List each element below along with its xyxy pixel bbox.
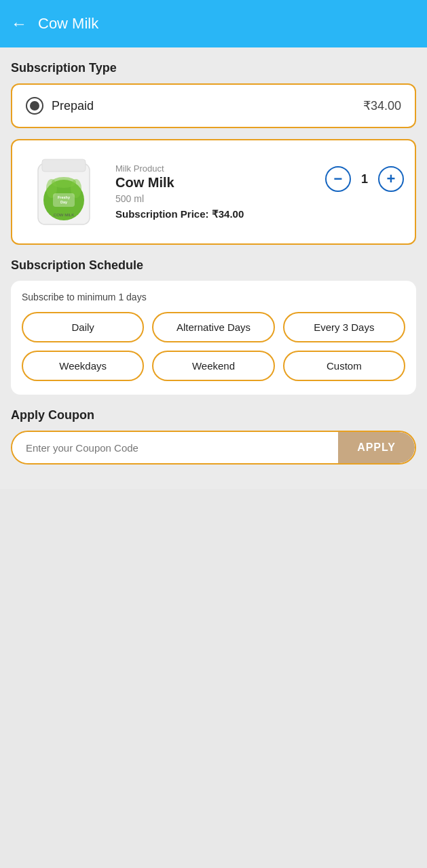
svg-text:COW MILK: COW MILK — [54, 213, 74, 217]
svg-text:Day: Day — [60, 200, 68, 204]
schedule-card: Subscribe to minimum 1 days Daily Altern… — [11, 281, 416, 395]
schedule-option-alternative-days[interactable]: Alternative Days — [152, 312, 274, 342]
prepaid-card: Prepaid ₹34.00 — [11, 83, 416, 128]
page-title: Cow Milk — [38, 15, 98, 33]
coupon-input-wrap: APPLY — [11, 431, 416, 465]
product-price: Subscription Price: ₹34.00 — [115, 208, 244, 220]
schedule-option-every-3-days[interactable]: Every 3 Days — [283, 312, 405, 342]
schedule-option-custom[interactable]: Custom — [283, 351, 405, 381]
svg-text:Freshy: Freshy — [58, 195, 71, 199]
coupon-input[interactable] — [12, 432, 338, 463]
schedule-title: Subscription Schedule — [11, 258, 416, 273]
product-image: Freshy Day COW MILK — [23, 151, 105, 233]
svg-rect-1 — [42, 159, 86, 172]
app-header: ← Cow Milk — [0, 0, 427, 47]
coupon-section: Apply Coupon APPLY — [11, 408, 416, 465]
schedule-subtitle: Subscribe to minimum 1 days — [22, 292, 405, 302]
product-card-top: Milk Product Cow Milk 500 ml Subscriptio… — [115, 163, 404, 220]
schedule-option-weekdays[interactable]: Weekdays — [22, 351, 144, 381]
coupon-apply-button[interactable]: APPLY — [338, 432, 415, 463]
main-content: Subscription Type Prepaid ₹34.00 — [0, 47, 427, 489]
prepaid-price: ₹34.00 — [363, 98, 401, 113]
subscription-type-title: Subscription Type — [11, 61, 416, 75]
schedule-option-weekend[interactable]: Weekend — [152, 351, 274, 381]
coupon-title: Apply Coupon — [11, 408, 416, 422]
product-card: Freshy Day COW MILK Milk Product Cow Mil… — [11, 139, 416, 245]
schedule-option-daily[interactable]: Daily — [22, 312, 144, 342]
product-text-info: Milk Product Cow Milk 500 ml Subscriptio… — [115, 163, 244, 220]
prepaid-label: Prepaid — [52, 99, 94, 113]
quantity-value: 1 — [358, 172, 371, 186]
product-card-details: Milk Product Cow Milk 500 ml Subscriptio… — [115, 163, 404, 220]
radio-button[interactable] — [26, 97, 43, 115]
product-volume: 500 ml — [115, 193, 244, 204]
quantity-decrease-button[interactable]: − — [325, 166, 351, 192]
prepaid-row: Prepaid ₹34.00 — [26, 97, 401, 115]
radio-inner — [30, 101, 39, 111]
prepaid-left: Prepaid — [26, 97, 94, 115]
back-button[interactable]: ← — [11, 14, 27, 33]
product-category: Milk Product — [115, 163, 244, 174]
product-name: Cow Milk — [115, 175, 244, 191]
quantity-increase-button[interactable]: + — [378, 166, 404, 192]
quantity-controls: − 1 + — [325, 166, 404, 192]
schedule-options-grid: Daily Alternative Days Every 3 Days Week… — [22, 312, 405, 381]
